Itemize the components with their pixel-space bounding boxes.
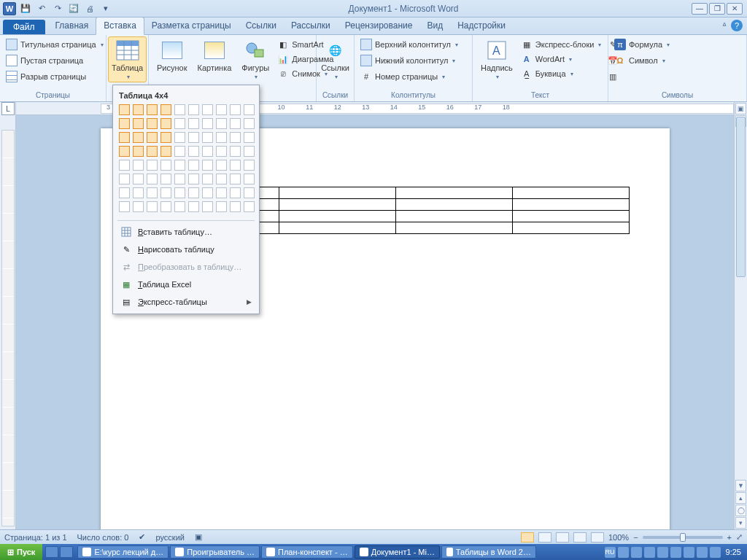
grid-cell[interactable] — [174, 132, 185, 143]
grid-cell[interactable] — [230, 104, 241, 115]
view-full-screen[interactable] — [538, 532, 551, 542]
grid-cell[interactable] — [133, 132, 144, 143]
grid-cell[interactable] — [147, 201, 158, 212]
file-tab[interactable]: Файл — [3, 20, 45, 34]
taskbar-item[interactable]: Документ1 - Mi… — [355, 545, 440, 559]
grid-cell[interactable] — [119, 174, 130, 184]
tray-icon-4[interactable] — [657, 547, 668, 558]
qat-print[interactable]: 🖨 — [83, 2, 96, 15]
grid-cell[interactable] — [119, 160, 130, 171]
status-page[interactable]: Страница: 1 из 1 — [4, 533, 67, 542]
zoom-out[interactable]: − — [633, 533, 638, 542]
grid-cell[interactable] — [147, 104, 158, 115]
qat-customize[interactable]: ▾ — [99, 2, 112, 15]
restore-button[interactable]: ❐ — [709, 3, 725, 15]
grid-cell[interactable] — [230, 132, 241, 143]
page-number-button[interactable]: #Номер страницы — [359, 70, 460, 83]
view-print-layout[interactable] — [521, 532, 534, 542]
grid-cell[interactable] — [174, 146, 185, 157]
grid-cell[interactable] — [133, 118, 144, 129]
insert-table-menuitem[interactable]: Вставить таблицу… — [117, 223, 255, 241]
tray-icon-2[interactable] — [631, 547, 642, 558]
tray-icon-6[interactable] — [684, 547, 694, 558]
status-insert-mode-icon[interactable]: ▣ — [195, 532, 202, 542]
tab-home[interactable]: Главная — [48, 18, 96, 34]
grid-cell[interactable] — [160, 187, 171, 198]
grid-cell[interactable] — [147, 160, 158, 171]
close-button[interactable]: ✕ — [727, 3, 743, 15]
qat-redo[interactable]: ↷ — [51, 2, 64, 15]
grid-cell[interactable] — [160, 104, 171, 115]
grid-cell[interactable] — [133, 160, 144, 171]
footer-button[interactable]: Нижний колонтитул — [359, 54, 460, 67]
grid-cell[interactable] — [133, 174, 144, 184]
tray-lang[interactable]: RU — [605, 547, 616, 558]
tab-selector[interactable]: L — [1, 102, 15, 115]
grid-cell[interactable] — [216, 160, 227, 171]
tray-icon-1[interactable] — [618, 547, 629, 558]
help-icon[interactable]: ? — [731, 20, 743, 31]
textbox-button[interactable]: AНадпись — [477, 36, 516, 82]
grid-cell[interactable] — [160, 118, 171, 129]
grid-cell[interactable] — [160, 174, 171, 184]
grid-cell[interactable] — [147, 187, 158, 198]
draw-table-menuitem[interactable]: ✎Нарисовать таблицу — [117, 241, 255, 258]
grid-cell[interactable] — [119, 146, 130, 157]
grid-cell[interactable] — [188, 160, 199, 171]
blank-page-button[interactable]: Пустая страница — [4, 54, 105, 67]
grid-cell[interactable] — [119, 118, 130, 129]
grid-cell[interactable] — [147, 118, 158, 129]
minimize-button[interactable]: — — [692, 3, 708, 15]
table-size-grid[interactable] — [117, 104, 255, 218]
grid-cell[interactable] — [174, 118, 185, 129]
qat-sync[interactable]: 🔄 — [67, 2, 80, 15]
grid-cell[interactable] — [188, 174, 199, 184]
taskbar-item[interactable]: Таблицы в Word 2… — [441, 545, 536, 559]
header-button[interactable]: Верхний колонтитул — [359, 38, 460, 51]
grid-cell[interactable] — [147, 146, 158, 157]
grid-cell[interactable] — [230, 118, 241, 129]
cover-page-button[interactable]: Титульная страница — [4, 38, 105, 51]
grid-cell[interactable] — [174, 174, 185, 184]
grid-cell[interactable] — [160, 146, 171, 157]
grid-cell[interactable] — [216, 118, 227, 129]
excel-table-menuitem[interactable]: ▦Таблица Excel — [117, 276, 255, 293]
grid-cell[interactable] — [244, 201, 255, 212]
qat-save[interactable]: 💾 — [19, 2, 32, 15]
grid-cell[interactable] — [147, 132, 158, 143]
quickparts-button[interactable]: ▦Экспресс-блоки — [519, 38, 603, 51]
grid-cell[interactable] — [202, 201, 213, 212]
grid-cell[interactable] — [160, 160, 171, 171]
view-draft[interactable] — [591, 532, 604, 542]
grid-cell[interactable] — [119, 201, 130, 212]
grid-cell[interactable] — [216, 132, 227, 143]
grid-cell[interactable] — [202, 104, 213, 115]
tab-mailings[interactable]: Рассылки — [284, 18, 338, 34]
grid-cell[interactable] — [188, 132, 199, 143]
grid-cell[interactable] — [188, 187, 199, 198]
vertical-ruler[interactable] — [1, 130, 15, 526]
grid-cell[interactable] — [119, 104, 130, 115]
grid-cell[interactable] — [119, 187, 130, 198]
tray-icon-8[interactable] — [710, 547, 721, 558]
tab-insert[interactable]: Вставка — [96, 17, 144, 35]
grid-cell[interactable] — [202, 146, 213, 157]
grid-cell[interactable] — [244, 118, 255, 129]
grid-cell[interactable] — [216, 187, 227, 198]
next-page[interactable]: ▾ — [735, 517, 746, 529]
grid-cell[interactable] — [230, 174, 241, 184]
start-button[interactable]: ⊞Пуск — [0, 544, 42, 560]
minimize-ribbon-icon[interactable]: ᐞ — [722, 21, 727, 31]
tray-icon-3[interactable] — [644, 547, 655, 558]
grid-cell[interactable] — [174, 160, 185, 171]
grid-cell[interactable] — [216, 146, 227, 157]
page-break-button[interactable]: Разрыв страницы — [4, 70, 105, 83]
grid-cell[interactable] — [202, 118, 213, 129]
grid-cell[interactable] — [119, 132, 130, 143]
grid-cell[interactable] — [133, 104, 144, 115]
tab-view[interactable]: Вид — [419, 18, 450, 34]
grid-cell[interactable] — [147, 174, 158, 184]
grid-cell[interactable] — [216, 174, 227, 184]
grid-cell[interactable] — [244, 187, 255, 198]
grid-cell[interactable] — [188, 118, 199, 129]
